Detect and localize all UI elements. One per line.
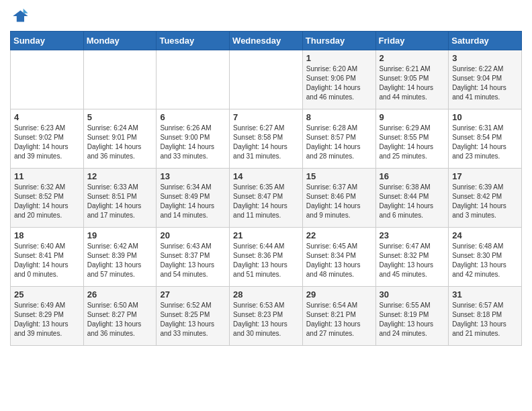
calendar-cell: 13Sunrise: 6:34 AM Sunset: 8:49 PM Dayli… xyxy=(157,169,230,228)
day-info: Sunrise: 6:55 AM Sunset: 8:19 PM Dayligh… xyxy=(380,301,445,338)
calendar-week-row: 1Sunrise: 6:20 AM Sunset: 9:06 PM Daylig… xyxy=(11,50,522,109)
logo-icon xyxy=(10,7,29,26)
day-number: 7 xyxy=(233,112,299,122)
calendar-cell: 20Sunrise: 6:43 AM Sunset: 8:37 PM Dayli… xyxy=(157,228,230,287)
weekday-header: Wednesday xyxy=(230,32,303,50)
calendar-cell: 14Sunrise: 6:35 AM Sunset: 8:47 PM Dayli… xyxy=(230,169,303,228)
weekday-header: Saturday xyxy=(449,32,522,50)
day-info: Sunrise: 6:40 AM Sunset: 8:41 PM Dayligh… xyxy=(14,242,80,279)
day-info: Sunrise: 6:45 AM Sunset: 8:34 PM Dayligh… xyxy=(306,242,372,279)
calendar-week-row: 11Sunrise: 6:32 AM Sunset: 8:52 PM Dayli… xyxy=(11,169,522,228)
day-number: 23 xyxy=(380,230,445,240)
calendar-cell: 8Sunrise: 6:28 AM Sunset: 8:57 PM Daylig… xyxy=(302,109,375,169)
day-info: Sunrise: 6:21 AM Sunset: 9:05 PM Dayligh… xyxy=(380,64,445,102)
calendar-cell: 18Sunrise: 6:40 AM Sunset: 8:41 PM Dayli… xyxy=(11,228,84,287)
day-number: 6 xyxy=(160,112,226,122)
day-info: Sunrise: 6:47 AM Sunset: 8:32 PM Dayligh… xyxy=(380,242,445,279)
day-number: 9 xyxy=(380,112,445,122)
day-number: 18 xyxy=(14,230,80,240)
calendar-cell: 2Sunrise: 6:21 AM Sunset: 9:05 PM Daylig… xyxy=(375,50,449,109)
calendar-cell: 23Sunrise: 6:47 AM Sunset: 8:32 PM Dayli… xyxy=(375,228,449,287)
calendar-cell: 16Sunrise: 6:38 AM Sunset: 8:44 PM Dayli… xyxy=(375,169,449,228)
calendar-cell: 27Sunrise: 6:52 AM Sunset: 8:25 PM Dayli… xyxy=(157,287,230,346)
day-info: Sunrise: 6:32 AM Sunset: 8:52 PM Dayligh… xyxy=(14,183,80,220)
day-number: 31 xyxy=(452,289,518,300)
weekday-header: Monday xyxy=(83,32,157,50)
calendar-header: SundayMondayTuesdayWednesdayThursdayFrid… xyxy=(11,32,522,50)
day-info: Sunrise: 6:34 AM Sunset: 8:49 PM Dayligh… xyxy=(160,183,226,220)
day-info: Sunrise: 6:27 AM Sunset: 8:58 PM Dayligh… xyxy=(233,124,299,161)
day-number: 19 xyxy=(87,230,153,240)
calendar-cell: 1Sunrise: 6:20 AM Sunset: 9:06 PM Daylig… xyxy=(302,50,375,109)
day-info: Sunrise: 6:42 AM Sunset: 8:39 PM Dayligh… xyxy=(87,242,153,279)
calendar-cell: 30Sunrise: 6:55 AM Sunset: 8:19 PM Dayli… xyxy=(375,287,449,346)
calendar-cell xyxy=(157,50,230,109)
weekday-header: Friday xyxy=(375,32,449,50)
weekday-header: Tuesday xyxy=(157,32,230,50)
day-number: 4 xyxy=(14,112,80,122)
weekday-header: Sunday xyxy=(11,32,84,50)
day-number: 26 xyxy=(87,289,153,300)
calendar-table: SundayMondayTuesdayWednesdayThursdayFrid… xyxy=(10,31,522,346)
calendar-cell: 24Sunrise: 6:48 AM Sunset: 8:30 PM Dayli… xyxy=(449,228,522,287)
day-info: Sunrise: 6:57 AM Sunset: 8:18 PM Dayligh… xyxy=(452,301,518,338)
day-info: Sunrise: 6:39 AM Sunset: 8:42 PM Dayligh… xyxy=(452,183,518,220)
day-number: 15 xyxy=(306,171,372,181)
day-number: 12 xyxy=(87,171,153,181)
calendar-cell: 11Sunrise: 6:32 AM Sunset: 8:52 PM Dayli… xyxy=(11,169,84,228)
day-info: Sunrise: 6:37 AM Sunset: 8:46 PM Dayligh… xyxy=(306,183,372,220)
day-info: Sunrise: 6:33 AM Sunset: 8:51 PM Dayligh… xyxy=(87,183,153,220)
calendar-cell: 19Sunrise: 6:42 AM Sunset: 8:39 PM Dayli… xyxy=(83,228,157,287)
day-number: 11 xyxy=(14,171,80,181)
day-number: 17 xyxy=(452,171,518,181)
calendar-cell: 28Sunrise: 6:53 AM Sunset: 8:23 PM Dayli… xyxy=(230,287,303,346)
calendar-cell: 29Sunrise: 6:54 AM Sunset: 8:21 PM Dayli… xyxy=(302,287,375,346)
calendar-week-row: 18Sunrise: 6:40 AM Sunset: 8:41 PM Dayli… xyxy=(11,228,522,287)
day-number: 13 xyxy=(160,171,226,181)
calendar-cell: 5Sunrise: 6:24 AM Sunset: 9:01 PM Daylig… xyxy=(83,109,157,169)
day-info: Sunrise: 6:31 AM Sunset: 8:54 PM Dayligh… xyxy=(452,124,518,161)
day-info: Sunrise: 6:48 AM Sunset: 8:30 PM Dayligh… xyxy=(452,242,518,279)
calendar-cell: 7Sunrise: 6:27 AM Sunset: 8:58 PM Daylig… xyxy=(230,109,303,169)
calendar-cell: 4Sunrise: 6:23 AM Sunset: 9:02 PM Daylig… xyxy=(11,109,84,169)
day-number: 27 xyxy=(160,289,226,300)
calendar-cell xyxy=(11,50,84,109)
day-number: 5 xyxy=(87,112,153,122)
calendar-cell: 6Sunrise: 6:26 AM Sunset: 9:00 PM Daylig… xyxy=(157,109,230,169)
day-info: Sunrise: 6:28 AM Sunset: 8:57 PM Dayligh… xyxy=(306,124,372,161)
calendar-cell: 21Sunrise: 6:44 AM Sunset: 8:36 PM Dayli… xyxy=(230,228,303,287)
weekday-row: SundayMondayTuesdayWednesdayThursdayFrid… xyxy=(11,32,522,50)
calendar-cell: 12Sunrise: 6:33 AM Sunset: 8:51 PM Dayli… xyxy=(83,169,157,228)
day-number: 25 xyxy=(14,289,80,300)
day-info: Sunrise: 6:29 AM Sunset: 8:55 PM Dayligh… xyxy=(380,124,445,161)
day-number: 29 xyxy=(306,289,372,300)
day-info: Sunrise: 6:54 AM Sunset: 8:21 PM Dayligh… xyxy=(306,301,372,338)
calendar-week-row: 4Sunrise: 6:23 AM Sunset: 9:02 PM Daylig… xyxy=(11,109,522,169)
calendar-cell: 9Sunrise: 6:29 AM Sunset: 8:55 PM Daylig… xyxy=(375,109,449,169)
day-info: Sunrise: 6:35 AM Sunset: 8:47 PM Dayligh… xyxy=(233,183,299,220)
day-info: Sunrise: 6:53 AM Sunset: 8:23 PM Dayligh… xyxy=(233,301,299,338)
day-info: Sunrise: 6:26 AM Sunset: 9:00 PM Dayligh… xyxy=(160,124,226,161)
calendar-cell: 17Sunrise: 6:39 AM Sunset: 8:42 PM Dayli… xyxy=(449,169,522,228)
day-number: 16 xyxy=(380,171,445,181)
day-number: 1 xyxy=(306,53,372,63)
calendar-cell: 15Sunrise: 6:37 AM Sunset: 8:46 PM Dayli… xyxy=(302,169,375,228)
day-number: 30 xyxy=(380,289,445,300)
day-number: 14 xyxy=(233,171,299,181)
calendar-cell xyxy=(83,50,157,109)
calendar-body: 1Sunrise: 6:20 AM Sunset: 9:06 PM Daylig… xyxy=(11,50,522,346)
calendar-cell xyxy=(230,50,303,109)
day-info: Sunrise: 6:20 AM Sunset: 9:06 PM Dayligh… xyxy=(306,64,372,102)
logo xyxy=(10,7,32,26)
day-number: 20 xyxy=(160,230,226,240)
calendar-cell: 22Sunrise: 6:45 AM Sunset: 8:34 PM Dayli… xyxy=(302,228,375,287)
header xyxy=(10,7,522,26)
calendar-cell: 3Sunrise: 6:22 AM Sunset: 9:04 PM Daylig… xyxy=(449,50,522,109)
day-info: Sunrise: 6:22 AM Sunset: 9:04 PM Dayligh… xyxy=(452,64,518,102)
day-info: Sunrise: 6:52 AM Sunset: 8:25 PM Dayligh… xyxy=(160,301,226,338)
day-info: Sunrise: 6:44 AM Sunset: 8:36 PM Dayligh… xyxy=(233,242,299,279)
calendar-cell: 26Sunrise: 6:50 AM Sunset: 8:27 PM Dayli… xyxy=(83,287,157,346)
day-number: 8 xyxy=(306,112,372,122)
day-number: 2 xyxy=(380,53,445,63)
day-info: Sunrise: 6:49 AM Sunset: 8:29 PM Dayligh… xyxy=(14,301,80,338)
